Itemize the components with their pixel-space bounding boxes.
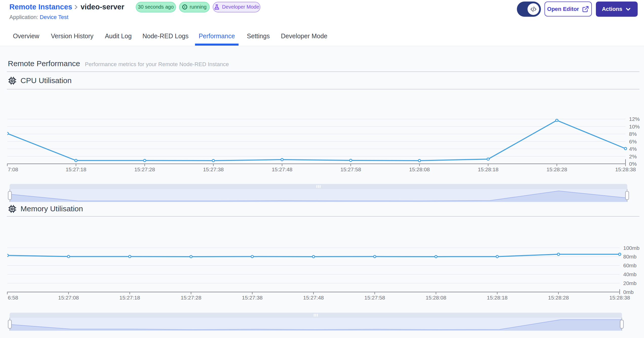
svg-text:15:28:28: 15:28:28 <box>548 295 569 301</box>
svg-text:15:27:08: 15:27:08 <box>58 295 79 301</box>
svg-text:12%: 12% <box>629 116 640 122</box>
svg-text:15:27:48: 15:27:48 <box>303 295 324 301</box>
svg-text:80mb: 80mb <box>623 254 637 259</box>
svg-text:15:28:38: 15:28:38 <box>615 166 636 172</box>
svg-text:0mb: 0mb <box>623 289 634 295</box>
svg-text:2%: 2% <box>629 154 637 159</box>
svg-text:7:08: 7:08 <box>8 166 18 172</box>
svg-text:8%: 8% <box>629 131 637 137</box>
svg-text:15:27:58: 15:27:58 <box>364 295 385 301</box>
svg-text:15:27:58: 15:27:58 <box>340 166 361 172</box>
svg-text:60mb: 60mb <box>623 262 637 268</box>
svg-text:100mb: 100mb <box>623 245 639 251</box>
svg-text:15:28:18: 15:28:18 <box>487 295 508 301</box>
svg-text:15:27:18: 15:27:18 <box>66 166 86 172</box>
svg-text:15:27:28: 15:27:28 <box>181 295 201 301</box>
svg-text:15:27:28: 15:27:28 <box>134 166 155 172</box>
svg-text:0%: 0% <box>629 161 637 167</box>
svg-text:15:28:28: 15:28:28 <box>547 166 567 172</box>
svg-text:6:58: 6:58 <box>8 295 18 301</box>
svg-text:15:28:08: 15:28:08 <box>426 295 446 301</box>
svg-text:15:28:18: 15:28:18 <box>478 166 499 172</box>
svg-text:15:28:08: 15:28:08 <box>409 166 430 172</box>
svg-text:40mb: 40mb <box>623 271 637 277</box>
svg-text:15:27:18: 15:27:18 <box>120 295 140 301</box>
svg-text:15:27:38: 15:27:38 <box>242 295 263 301</box>
svg-text:4%: 4% <box>629 146 637 152</box>
svg-text:20mb: 20mb <box>623 280 637 286</box>
svg-text:6%: 6% <box>629 139 637 144</box>
svg-text:15:27:48: 15:27:48 <box>272 166 292 172</box>
svg-text:15:27:38: 15:27:38 <box>203 166 224 172</box>
svg-text:15:28:38: 15:28:38 <box>609 295 630 301</box>
svg-text:10%: 10% <box>629 124 640 129</box>
